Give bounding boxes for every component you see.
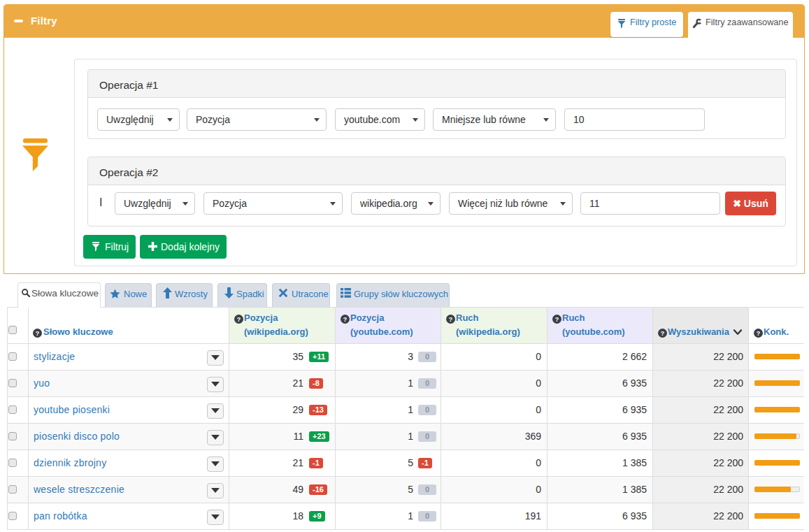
svg-text:?: ? [449, 316, 452, 323]
svg-text:?: ? [555, 316, 559, 323]
svg-text:?: ? [343, 316, 347, 323]
svg-text:?: ? [36, 330, 39, 337]
svg-text:?: ? [757, 330, 760, 337]
svg-text:?: ? [237, 316, 241, 323]
svg-text:?: ? [661, 330, 664, 337]
